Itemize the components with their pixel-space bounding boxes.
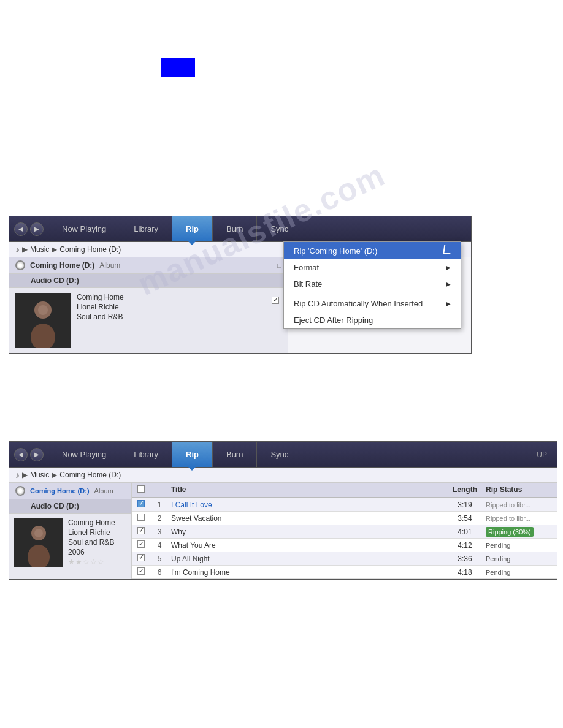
dropdown-rip-auto[interactable]: Rip CD Automatically When Inserted ▶ — [284, 295, 461, 312]
row1-num: 1 — [150, 501, 169, 509]
album-type-1: Album — [99, 261, 120, 270]
dropdown-format[interactable]: Format ▶ — [284, 259, 461, 276]
row2-checkbox[interactable] — [132, 514, 150, 523]
th-length[interactable]: Length — [446, 485, 483, 495]
album-art-image-1 — [15, 293, 71, 348]
breadcrumb-2: ♪ ▶ Music ▶ Coming Home (D:) — [9, 468, 557, 483]
album-art-1 — [15, 293, 71, 348]
row4-title: What You Are — [169, 541, 446, 550]
album-meta-2: Coming Home Lionel Richie Soul and R&B 2… — [68, 518, 115, 567]
album-info-row-2: Coming Home Lionel Richie Soul and R&B 2… — [9, 514, 131, 572]
row1-checkbox[interactable] — [132, 500, 150, 509]
th-status[interactable]: Rip Status — [483, 485, 557, 495]
tab-up-2[interactable]: UP — [527, 442, 557, 467]
row5-num: 5 — [150, 555, 169, 563]
tab-rip-1[interactable]: Rip — [172, 216, 213, 241]
table-row: 1 I Call It Love 3:19 Ripped to libr... — [132, 498, 557, 512]
album-name-1: Coming Home (D:) — [30, 261, 94, 270]
album-name-2: Coming Home (D:) — [30, 487, 90, 495]
table-row: 5 Up All Night 3:36 Pending — [132, 552, 557, 566]
album-art-svg-1 — [15, 293, 71, 348]
th-title[interactable]: Title — [169, 485, 446, 495]
row2-num: 2 — [150, 514, 169, 523]
th-num — [150, 485, 169, 495]
breadcrumb-album-2[interactable]: Coming Home (D:) — [59, 471, 121, 479]
th-checkbox — [132, 485, 150, 495]
tab-rip-2[interactable]: Rip — [172, 442, 213, 467]
header-checkbox[interactable] — [137, 485, 145, 493]
row1-title[interactable]: I Call It Love — [169, 501, 446, 509]
cursor-icon — [443, 245, 451, 254]
tab-burn-1[interactable]: Burn — [213, 216, 257, 241]
back-button-2[interactable]: ◀ — [14, 448, 28, 461]
table-row: 6 I'm Coming Home 4:18 Pending — [132, 566, 557, 579]
meta-artist-1: Lionel Richie — [77, 303, 124, 311]
checkbox-area-1 — [269, 293, 282, 348]
album-art-svg-2 — [14, 518, 63, 567]
nav-controls-2: ◀ ▶ — [9, 442, 48, 467]
forward-button-2[interactable]: ▶ — [30, 448, 44, 461]
row5-title: Up All Night — [169, 555, 446, 563]
arrow-icon-format: ▶ — [446, 264, 451, 271]
expand-icon-1[interactable]: □ — [277, 262, 282, 269]
meta-title-2: Coming Home — [68, 518, 115, 527]
row3-title: Why — [169, 528, 446, 536]
dropdown-divider-1 — [284, 294, 461, 294]
meta-genre-1: Soul and R&B — [77, 313, 124, 321]
left-panel-1: Coming Home (D:) Album □ Audio CD (D:) — [9, 257, 288, 353]
dropdown-eject[interactable]: Eject CD After Ripping — [284, 312, 461, 328]
audio-cd-label-1: Audio CD (D:) — [9, 274, 288, 288]
tab-library-2[interactable]: Library — [120, 442, 172, 467]
cd-icon-1 — [15, 260, 25, 270]
row2-title: Sweet Vacation — [169, 514, 446, 523]
row3-status: Ripping (30%) — [483, 528, 557, 536]
nav-tabs-1: Now Playing Library Rip Burn Sync — [48, 216, 471, 241]
tab-sync-2[interactable]: Sync — [257, 442, 302, 467]
row1-status: Ripped to libr... — [483, 501, 557, 509]
meta-artist-2: Lionel Richie — [68, 528, 115, 537]
row5-checkbox[interactable] — [132, 554, 150, 563]
music-icon-2: ♪ — [15, 470, 20, 480]
screenshot2-container: ◀ ▶ Now Playing Library Rip Burn Sync UP — [9, 441, 557, 580]
table-row: 3 Why 4:01 Ripping (30%) — [132, 525, 557, 539]
row2-status: Ripped to libr... — [483, 515, 557, 522]
breadcrumb-music-2[interactable]: Music — [30, 471, 49, 479]
album-header-1: Coming Home (D:) Album □ — [9, 257, 288, 274]
back-button-1[interactable]: ◀ — [14, 222, 28, 236]
row6-status: Pending — [483, 569, 557, 576]
svg-point-3 — [38, 305, 48, 315]
row2-length: 3:54 — [446, 514, 483, 523]
table-header-2: Title Length Rip Status — [132, 483, 557, 498]
row5-status: Pending — [483, 555, 557, 563]
music-icon-1: ♪ — [15, 245, 20, 254]
album-meta-1: Coming Home Lionel Richie Soul and R&B — [77, 293, 124, 348]
tab-now-playing-2[interactable]: Now Playing — [48, 442, 120, 467]
nav-tabs-2: Now Playing Library Rip Burn Sync UP — [48, 442, 557, 467]
row4-checkbox[interactable] — [132, 540, 150, 550]
arrow-icon-auto: ▶ — [446, 300, 451, 307]
album-header-2: Coming Home (D:) Album — [9, 483, 131, 499]
meta-stars-2[interactable]: ★★☆☆☆ — [68, 558, 115, 566]
meta-title-1: Coming Home — [77, 293, 124, 301]
row6-title: I'm Coming Home — [169, 568, 446, 577]
row4-length: 4:12 — [446, 541, 483, 550]
tab-burn-2[interactable]: Burn — [213, 442, 257, 467]
row6-num: 6 — [150, 568, 169, 577]
dropdown-rip-cd[interactable]: Rip 'Coming Home' (D:) — [284, 242, 461, 259]
checkbox-1[interactable] — [272, 297, 279, 304]
forward-button-1[interactable]: ▶ — [30, 222, 44, 236]
meta-genre-2: Soul and R&B — [68, 538, 115, 547]
table-row: 4 What You Are 4:12 Pending — [132, 539, 557, 552]
breadcrumb-music-1[interactable]: Music — [30, 245, 49, 254]
row4-num: 4 — [150, 541, 169, 550]
album-info-row-1: Coming Home Lionel Richie Soul and R&B — [9, 288, 288, 353]
audio-cd-label-2: Audio CD (D:) — [9, 499, 131, 514]
tab-now-playing-1[interactable]: Now Playing — [48, 216, 120, 241]
tab-sync-1[interactable]: Sync — [257, 216, 302, 241]
tab-library-1[interactable]: Library — [120, 216, 172, 241]
blue-rectangle — [161, 58, 195, 77]
row3-checkbox[interactable] — [132, 527, 150, 536]
dropdown-bitrate[interactable]: Bit Rate ▶ — [284, 276, 461, 292]
row6-checkbox[interactable] — [132, 567, 150, 577]
breadcrumb-album-1[interactable]: Coming Home (D:) — [59, 245, 121, 254]
